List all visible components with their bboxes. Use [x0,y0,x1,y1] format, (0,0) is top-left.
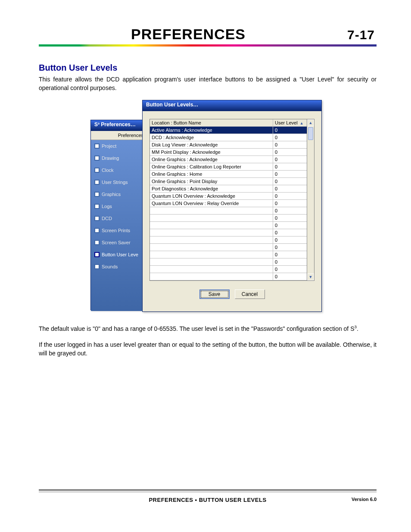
table-row[interactable]: 0 [150,207,307,215]
table-row[interactable]: Online Graphics : Acknowledge0 [150,156,307,163]
bul-grid: Location : Button Name User Level ▲ Acti… [149,119,314,281]
save-button[interactable]: Save [199,289,230,299]
col-user-level-text: User Level [275,120,298,125]
nav-item[interactable]: Logs [91,200,147,212]
table-row[interactable]: 0 [150,266,307,273]
cell-location: Disk Log Viewer : Acknowledge [150,141,273,148]
nav-item[interactable]: Screen Prints [91,224,147,236]
cell-user-level[interactable]: 0 [273,134,307,141]
vertical-scrollbar[interactable]: ▲ ▼ [307,119,314,280]
cell-user-level[interactable]: 0 [273,127,307,134]
nav-item[interactable]: Drawing [91,152,147,164]
col-location[interactable]: Location : Button Name [150,119,273,126]
nav-item[interactable]: Clock [91,164,147,176]
table-row[interactable]: 0 [150,222,307,229]
cell-user-level[interactable]: 0 [273,149,307,156]
nav-item[interactable]: Graphics [91,188,147,200]
preferences-window: S³ Preferences… Preferences ProjectDrawi… [90,120,147,310]
preferences-titlebar: S³ Preferences… [91,120,147,131]
table-row[interactable]: 0 [150,215,307,222]
section-heading: Button User Levels [39,63,377,73]
rainbow-rule [39,44,377,47]
cell-user-level[interactable]: 0 [273,141,307,148]
table-row[interactable]: Port Diagnostics : Acknowledge0 [150,185,307,193]
table-row[interactable]: 0 [150,244,307,251]
nav-item[interactable]: Button User Leve [91,249,147,261]
table-row[interactable]: MM Point Display : Acknowledge0 [150,149,307,156]
nav-item-label: Button User Leve [102,252,138,257]
cell-user-level[interactable]: 0 [273,266,307,273]
table-row[interactable]: 0 [150,229,307,236]
col-user-level[interactable]: User Level ▲ [273,119,307,126]
footer-version: Version 6.0 [352,497,377,502]
cell-user-level[interactable]: 0 [273,251,307,258]
cell-location: Quantum LON Overview : Relay Override [150,200,273,207]
cell-location [150,207,273,214]
cell-location: Active Alarms : Acknowledge [150,127,273,134]
nav-item-label: Graphics [102,192,121,197]
cell-location [150,222,273,229]
cell-location: Port Diagnostics : Acknowledge [150,185,273,192]
nav-item[interactable]: Project [91,140,147,152]
table-row[interactable]: Online Graphics : Calibration Log Report… [150,163,307,171]
cell-user-level[interactable]: 0 [273,156,307,163]
cell-location [150,273,273,280]
nav-bullet-icon [94,216,100,221]
cell-location [150,229,273,236]
nav-item-label: Screen Saver [102,240,131,245]
cell-user-level[interactable]: 0 [273,178,307,185]
nav-bullet-icon [94,240,100,245]
cell-user-level[interactable]: 0 [273,200,307,207]
cell-user-level[interactable]: 0 [273,171,307,177]
scroll-up-button[interactable]: ▲ [307,119,314,126]
nav-bullet-icon [94,204,100,209]
table-row[interactable]: Quantum LON Overview : Relay Override0 [150,200,307,207]
table-row[interactable]: Online Graphics : Home0 [150,171,307,178]
bul-grid-header[interactable]: Location : Button Name User Level ▲ [150,119,307,127]
after-p1-a: The default value is "0" and has a range… [39,325,355,332]
header-page-number: 7-17 [347,28,375,42]
sort-up-icon: ▲ [300,121,304,125]
nav-item[interactable]: Sounds [91,261,147,273]
nav-item-label: Clock [102,168,114,173]
nav-item-label: Project [102,143,116,149]
scroll-down-button[interactable]: ▼ [307,274,314,280]
nav-item[interactable]: User Strings [91,176,147,188]
scroll-thumb[interactable] [308,127,313,140]
cell-user-level[interactable]: 0 [273,244,307,251]
nav-item[interactable]: DCD [91,212,147,224]
nav-item[interactable]: Screen Saver [91,236,147,249]
cell-user-level[interactable]: 0 [273,222,307,229]
cell-location [150,266,273,273]
cell-user-level[interactable]: 0 [273,207,307,214]
cancel-button[interactable]: Cancel [235,289,265,299]
table-row[interactable]: Disk Log Viewer : Acknowledge0 [150,141,307,149]
cell-location: Quantum LON Overview : Acknowledge [150,193,273,199]
cell-location [150,251,273,258]
table-row[interactable]: Online Graphics : Point Display0 [150,178,307,185]
cell-user-level[interactable]: 0 [273,273,307,280]
cell-location: Online Graphics : Home [150,171,273,177]
cell-user-level[interactable]: 0 [273,215,307,221]
cell-user-level[interactable]: 0 [273,236,307,243]
intro-paragraph: This feature allows the DCD application … [39,75,377,92]
cell-user-level[interactable]: 0 [273,163,307,170]
nav-bullet-icon [94,192,100,197]
table-row[interactable]: Quantum LON Overview : Acknowledge0 [150,193,307,200]
after-paragraph-2: If the user logged in has a user level g… [39,341,377,358]
table-row[interactable]: 0 [150,273,307,280]
preferences-subheading: Preferences [91,131,147,140]
cell-user-level[interactable]: 0 [273,185,307,192]
cell-user-level[interactable]: 0 [273,193,307,199]
page-footer: PREFERENCES • BUTTON USER LEVELS Version… [39,489,377,502]
cell-user-level[interactable]: 0 [273,258,307,265]
table-row[interactable]: 0 [150,251,307,258]
cell-location [150,258,273,265]
table-row[interactable]: Active Alarms : Acknowledge0 [150,127,307,134]
footer-rule-light [39,492,377,492]
table-row[interactable]: 0 [150,258,307,266]
table-row[interactable]: DCD : Acknowledge0 [150,134,307,141]
cell-user-level[interactable]: 0 [273,229,307,236]
table-row[interactable]: 0 [150,236,307,244]
after-paragraph-1: The default value is "0" and has a range… [39,324,377,333]
